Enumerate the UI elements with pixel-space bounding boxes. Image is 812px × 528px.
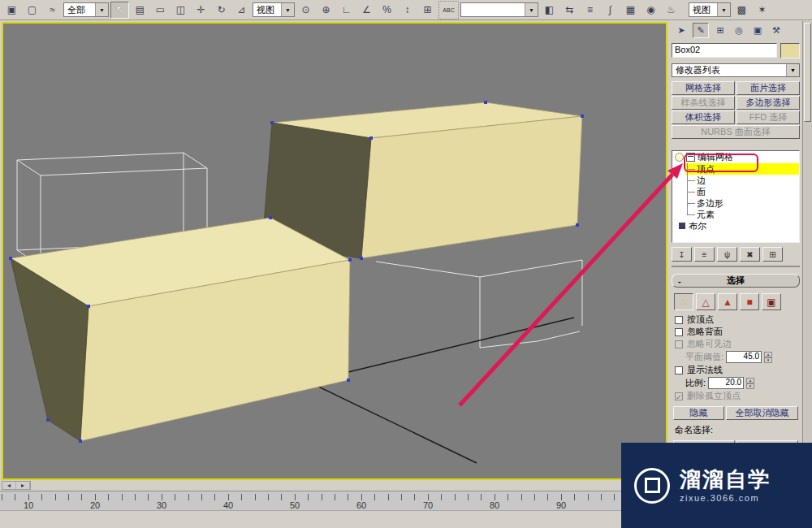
- chevron-down-icon[interactable]: ▼: [281, 3, 294, 16]
- subobject-icon-row: ∴ △ ▲ ■ ▣: [674, 293, 797, 310]
- snap-toggle-icon[interactable]: ∟: [337, 2, 356, 19]
- stack-subobject-vertex[interactable]: 顶点: [672, 163, 799, 175]
- select-and-scale-icon[interactable]: ⊿: [232, 2, 251, 19]
- spinner-down-icon[interactable]: ▾: [764, 357, 772, 363]
- modifier-stack[interactable]: 编辑网格 顶点 边 面 多边形 元素 布尔: [672, 150, 800, 243]
- spinner-up-icon[interactable]: ▴: [746, 378, 754, 383]
- box01-front-face[interactable]: [361, 116, 582, 258]
- perspective-viewport[interactable]: [2, 22, 667, 480]
- ignore-backfacing-checkbox[interactable]: [675, 328, 683, 336]
- align-icon[interactable]: ⇆: [560, 2, 579, 19]
- collapse-minus-icon[interactable]: [686, 153, 695, 162]
- chevron-down-icon[interactable]: ▼: [717, 3, 730, 16]
- configure-modifier-sets-icon[interactable]: ⊞: [762, 247, 783, 262]
- render-view-dropdown[interactable]: 视图 ▼: [689, 2, 731, 17]
- scale-spinner[interactable]: ▴ ▾: [746, 378, 754, 389]
- named-selection-combo[interactable]: ▼: [460, 2, 538, 17]
- stack-subobject-element[interactable]: 元素: [672, 209, 799, 220]
- ruler-number: 70: [423, 500, 433, 510]
- viewport-canvas[interactable]: [3, 24, 666, 478]
- viewport-hscrollbar[interactable]: ◂ ▸: [2, 481, 31, 490]
- select-and-link-icon[interactable]: ▣: [2, 2, 21, 19]
- tab-display-icon[interactable]: ▣: [750, 24, 765, 37]
- spline-select-button: 样条线选择: [672, 96, 735, 110]
- 3dsmax-window: ▣ ▢ ≈ 全部 ▼ ↖ ▤ ▭ ◫ ✛ ↻ ⊿ 视图 ▼ ⊙ ⊕ ∟ ∠ % …: [0, 0, 812, 528]
- window-crossing-icon[interactable]: ◫: [171, 2, 190, 19]
- quick-render-icon[interactable]: ✶: [753, 2, 771, 19]
- patch-select-button[interactable]: 面片选择: [736, 81, 800, 95]
- select-object-button[interactable]: ↖: [110, 2, 129, 19]
- mesh-select-button[interactable]: 网格选择: [672, 81, 735, 95]
- select-and-manipulate-icon[interactable]: ⊕: [317, 2, 335, 19]
- unhide-all-button[interactable]: 全部取消隐藏: [726, 406, 798, 420]
- element-subobject-icon[interactable]: ▣: [762, 293, 781, 310]
- scroll-right-icon[interactable]: ▸: [16, 482, 30, 489]
- spinner-snap-icon[interactable]: ↕: [398, 2, 417, 19]
- stack-base-object[interactable]: 布尔: [672, 220, 799, 232]
- box02-object[interactable]: [11, 218, 350, 441]
- curve-editor-icon[interactable]: ∫: [601, 2, 620, 19]
- stack-subobject-face[interactable]: 面: [672, 186, 799, 197]
- select-by-name-icon[interactable]: ▤: [131, 2, 149, 19]
- pin-stack-icon[interactable]: ↧: [672, 247, 692, 262]
- schematic-view-icon[interactable]: ▦: [621, 2, 640, 19]
- tab-utilities-icon[interactable]: ⚒: [769, 24, 784, 37]
- layer-manager-icon[interactable]: ≡: [581, 2, 599, 19]
- show-normals-checkbox[interactable]: [675, 366, 683, 374]
- unlink-selection-icon[interactable]: ▢: [23, 2, 41, 19]
- planar-thresh-spinner[interactable]: ▴ ▾: [764, 352, 772, 363]
- chevron-down-icon[interactable]: ▼: [786, 64, 799, 76]
- chevron-down-icon[interactable]: ▼: [95, 3, 108, 16]
- render-setup-icon[interactable]: ♨: [662, 2, 680, 19]
- material-editor-icon[interactable]: ◉: [641, 2, 660, 19]
- edge-subobject-icon[interactable]: △: [696, 293, 715, 310]
- by-vertex-checkbox[interactable]: [675, 316, 683, 324]
- selection-rollout-header[interactable]: - 选择: [672, 274, 800, 288]
- tab-modify-icon[interactable]: ✎: [693, 23, 709, 38]
- selection-filter-dropdown[interactable]: 全部 ▼: [63, 2, 109, 17]
- object-name-field[interactable]: Box02: [672, 43, 777, 58]
- select-and-move-icon[interactable]: ✛: [192, 2, 210, 19]
- modifier-list-dropdown[interactable]: 修改器列表 ▼: [672, 63, 800, 77]
- tab-hierarchy-icon[interactable]: ⊞: [713, 24, 728, 37]
- planar-thresh-label: 平面阈值:: [685, 351, 723, 363]
- panel-scrollbar-thumb[interactable]: [804, 23, 811, 122]
- use-pivot-center-icon[interactable]: ⊙: [296, 2, 315, 19]
- scale-field[interactable]: 20.0: [708, 377, 744, 389]
- tab-create-icon[interactable]: ➤: [674, 24, 689, 37]
- hide-button[interactable]: 隐藏: [673, 406, 724, 420]
- face-subobject-icon[interactable]: ▲: [718, 293, 737, 310]
- tab-motion-icon[interactable]: ◎: [732, 24, 746, 37]
- show-end-result-icon[interactable]: ≡: [694, 247, 715, 262]
- percent-snap-icon[interactable]: %: [378, 2, 396, 19]
- spinner-up-icon[interactable]: ▴: [764, 352, 772, 357]
- main-toolbar: ▣ ▢ ≈ 全部 ▼ ↖ ▤ ▭ ◫ ✛ ↻ ⊿ 视图 ▼ ⊙ ⊕ ∟ ∠ % …: [0, 0, 812, 20]
- selection-region-icon[interactable]: ▭: [151, 2, 170, 19]
- edit-named-sets-icon[interactable]: ⊞: [418, 2, 437, 19]
- stack-subobject-polygon[interactable]: 多边形: [672, 197, 799, 209]
- chevron-down-icon[interactable]: ▼: [525, 3, 538, 16]
- volume-select-button[interactable]: 体积选择: [672, 110, 735, 124]
- polygon-subobject-icon[interactable]: ■: [740, 293, 759, 310]
- bind-to-spacewarp-icon[interactable]: ≈: [43, 2, 62, 19]
- make-unique-icon[interactable]: ψ: [717, 247, 737, 262]
- spinner-down-icon[interactable]: ▾: [746, 383, 754, 389]
- modifier-enabled-bulb-icon[interactable]: [675, 153, 684, 162]
- stack-subobject-edge[interactable]: 边: [672, 175, 799, 186]
- planar-thresh-field[interactable]: 45.0: [726, 351, 762, 363]
- object-color-swatch[interactable]: [780, 43, 800, 58]
- reference-coordinate-dropdown[interactable]: 视图 ▼: [253, 2, 295, 17]
- render-shade-icon[interactable]: ▩: [732, 2, 751, 19]
- mirror-icon[interactable]: ◧: [540, 2, 559, 19]
- remove-modifier-icon[interactable]: ✖: [740, 247, 760, 262]
- vertex-subobject-icon[interactable]: ∴: [674, 293, 693, 310]
- named-set-abc-icon[interactable]: ABC: [438, 1, 459, 19]
- modifier-stack-row-edit-mesh[interactable]: 编辑网格: [672, 151, 799, 163]
- angle-snap-icon[interactable]: ∠: [357, 2, 376, 19]
- select-and-rotate-icon[interactable]: ↻: [212, 2, 231, 19]
- delete-isolated-checkbox: ✓: [675, 392, 683, 400]
- poly-select-button[interactable]: 多边形选择: [736, 96, 800, 110]
- scroll-left-icon[interactable]: ◂: [2, 482, 16, 489]
- box01-object[interactable]: [262, 102, 582, 258]
- coord-system-value: 视图: [257, 4, 274, 16]
